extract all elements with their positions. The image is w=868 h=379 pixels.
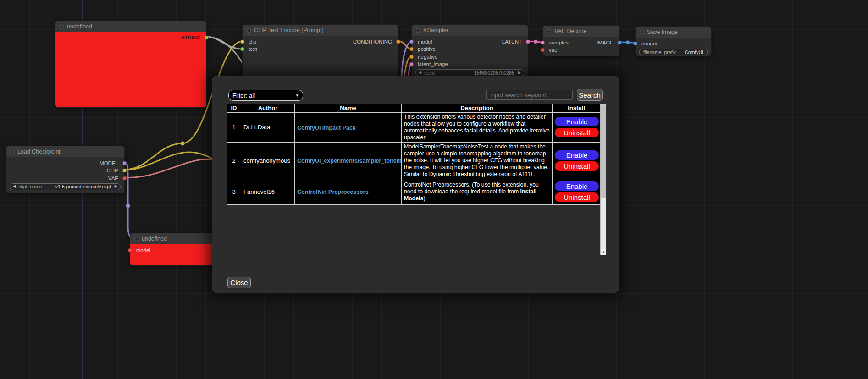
table-scrollbar[interactable]: ▼ <box>600 104 606 255</box>
output-slot-model[interactable] <box>122 161 127 165</box>
column-header: Install <box>553 104 601 113</box>
filter-select[interactable]: Filter: all <box>228 90 303 101</box>
input-label: positive <box>418 46 436 52</box>
input-label: negative <box>418 54 437 60</box>
extension-name: ComfyUI Impact Pack <box>295 112 402 142</box>
enable-button[interactable]: Enable <box>555 181 599 191</box>
output-slot-clip[interactable] <box>122 169 127 173</box>
collapse-dot[interactable] <box>640 30 644 34</box>
extension-name: ControlNet Preprocessors <box>295 179 402 204</box>
input-slot-text[interactable] <box>240 47 244 51</box>
seed-widget[interactable]: ◀ seed 156680208700286 ▶ <box>415 69 524 76</box>
extension-link[interactable]: ComfyUI Impact Pack <box>297 125 356 131</box>
input-slot-clip[interactable] <box>240 40 244 44</box>
node-vae-decode[interactable]: VAE Decode samples IMAGE vae <box>542 25 620 56</box>
node-title-bar: KSampler <box>412 25 528 36</box>
input-slot-negative[interactable] <box>409 55 414 59</box>
input-label: samples <box>549 40 569 45</box>
extension-row: 1Dr.Lt.DataComfyUI Impact PackThis exten… <box>227 112 601 142</box>
collapse-dot[interactable] <box>134 237 138 241</box>
output-slot-conditioning[interactable] <box>396 40 400 44</box>
node-title-bar: Save Image <box>636 27 711 38</box>
extension-actions: EnableUninstall <box>553 142 601 179</box>
output-label: STRING <box>181 35 200 40</box>
node-title: CLIP Text Encode (Prompt) <box>254 27 324 33</box>
enable-button[interactable]: Enable <box>555 117 599 126</box>
collapse-dot[interactable] <box>10 150 14 154</box>
output-label: VAE <box>108 176 118 181</box>
node-title: KSampler <box>423 27 448 33</box>
output-label: LATENT <box>502 39 522 44</box>
search-button[interactable]: Search <box>577 89 603 101</box>
extensions-table-body: 1Dr.Lt.DataComfyUI Impact PackThis exten… <box>227 112 601 204</box>
widget-value: v1-5-pruned-emaonly.ckpt <box>55 184 111 189</box>
node-title: undefined <box>67 23 92 30</box>
column-header: Author <box>241 104 295 113</box>
node-body-error: STRING <box>55 32 206 107</box>
output-label: MODEL <box>100 160 118 166</box>
uninstall-button[interactable]: Uninstall <box>555 128 599 137</box>
input-slot-latent-image[interactable] <box>409 62 414 66</box>
uninstall-button[interactable]: Uninstall <box>555 192 599 202</box>
output-slot-string[interactable] <box>205 36 209 40</box>
node-body: MODEL CLIP VAE ◀ ckpt_name v1-5-pruned-e… <box>6 157 124 193</box>
close-button[interactable]: Close <box>227 277 251 288</box>
extensions-table-container: IDAuthorNameDescriptionInstall 1Dr.Lt.Da… <box>227 104 606 255</box>
node-title: undefined <box>142 236 167 242</box>
decrement-arrow-icon[interactable]: ◀ <box>13 185 16 188</box>
output-slot-image[interactable] <box>618 41 622 45</box>
node-undefined-top[interactable]: undefined STRING <box>55 21 207 108</box>
extension-actions: EnableUninstall <box>553 179 601 204</box>
collapse-dot[interactable] <box>547 29 551 33</box>
widget-label: seed <box>424 70 435 76</box>
input-label: latent_image <box>418 61 448 67</box>
increment-arrow-icon[interactable]: ▶ <box>518 71 521 75</box>
output-slot-vae[interactable] <box>122 176 127 180</box>
node-title: VAE Decode <box>554 28 587 34</box>
enable-button[interactable]: Enable <box>555 150 599 160</box>
decrement-arrow-icon[interactable]: ◀ <box>419 71 421 75</box>
node-save-image[interactable]: Save Image images filename_prefix ComfyU… <box>635 26 712 56</box>
node-title-bar: undefined <box>55 21 206 32</box>
search-input[interactable] <box>486 90 573 100</box>
extension-id: 1 <box>227 112 241 142</box>
input-slot-positive[interactable] <box>409 47 414 51</box>
extension-author: comfyanonymous <box>241 142 295 179</box>
input-label: model <box>418 39 432 44</box>
scroll-down-button[interactable]: ▼ <box>601 249 606 255</box>
output-label: CLIP <box>106 168 118 173</box>
increment-arrow-icon[interactable]: ▶ <box>115 185 117 188</box>
node-title-bar: Load Checkpoint <box>6 146 124 157</box>
extension-actions: EnableUninstall <box>553 112 601 142</box>
collapse-dot[interactable] <box>247 28 251 33</box>
extension-link[interactable]: ControlNet Preprocessors <box>297 189 369 195</box>
extension-description: ModelSamplerTonemapNoiseTest a node that… <box>402 142 553 179</box>
output-slot-latent[interactable] <box>526 40 530 44</box>
table-header-row: IDAuthorNameDescriptionInstall <box>227 104 601 113</box>
extension-link[interactable]: ComfyUI_experiments/sampler_tonemap <box>297 158 402 164</box>
widget-label: ckpt_name <box>18 184 42 189</box>
uninstall-button[interactable]: Uninstall <box>555 161 599 171</box>
extension-row: 3Fannovel16ControlNet PreprocessorsContr… <box>227 179 601 204</box>
input-slot-vae[interactable] <box>541 48 545 52</box>
extension-description: ControlNet Preprocessors. (To use this e… <box>402 179 553 204</box>
extension-row: 2comfyanonymousComfyUI_experiments/sampl… <box>227 142 601 179</box>
ckpt-name-widget[interactable]: ◀ ckpt_name v1-5-pruned-emaonly.ckpt ▶ <box>10 183 121 190</box>
output-label: CONDITIONING <box>353 39 392 44</box>
node-load-checkpoint[interactable]: Load Checkpoint MODEL CLIP VAE ◀ ckpt_na… <box>6 146 125 193</box>
filter-select-wrap: Filter: all ▼ <box>228 90 303 101</box>
node-title-bar: CLIP Text Encode (Prompt) <box>243 25 398 36</box>
extension-id: 2 <box>227 142 241 179</box>
widget-value: ComfyUI <box>685 49 703 55</box>
input-slot-images[interactable] <box>633 42 637 46</box>
extension-author: Fannovel16 <box>241 179 295 204</box>
input-slot-samples[interactable] <box>541 41 545 45</box>
comfyui-app: undefined STRING CLIP Text Encode (Promp… <box>0 0 868 379</box>
input-slot-model[interactable] <box>128 248 132 253</box>
input-slot-model[interactable] <box>409 40 414 44</box>
filename-prefix-widget[interactable]: filename_prefix ComfyUI <box>639 49 708 55</box>
collapse-dot[interactable] <box>60 25 64 29</box>
collapse-dot[interactable] <box>416 28 420 33</box>
scrollbar-thumb[interactable] <box>601 104 606 198</box>
scroll-down-icon: ▼ <box>602 250 605 254</box>
